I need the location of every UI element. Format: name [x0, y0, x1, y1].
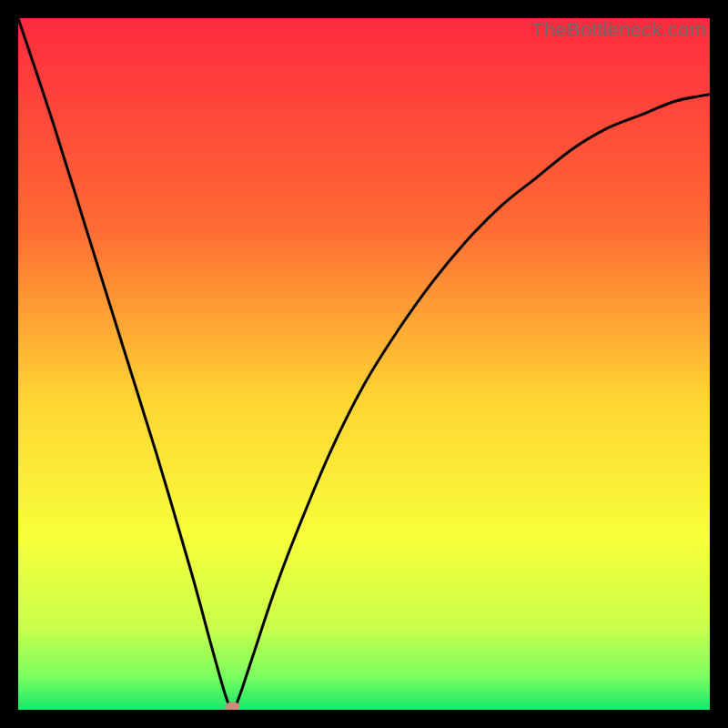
chart-frame: TheBottleneck.com — [18, 18, 710, 710]
bottleneck-chart — [18, 18, 710, 710]
watermark-text: TheBottleneck.com — [531, 18, 706, 42]
chart-background-gradient — [18, 18, 710, 710]
